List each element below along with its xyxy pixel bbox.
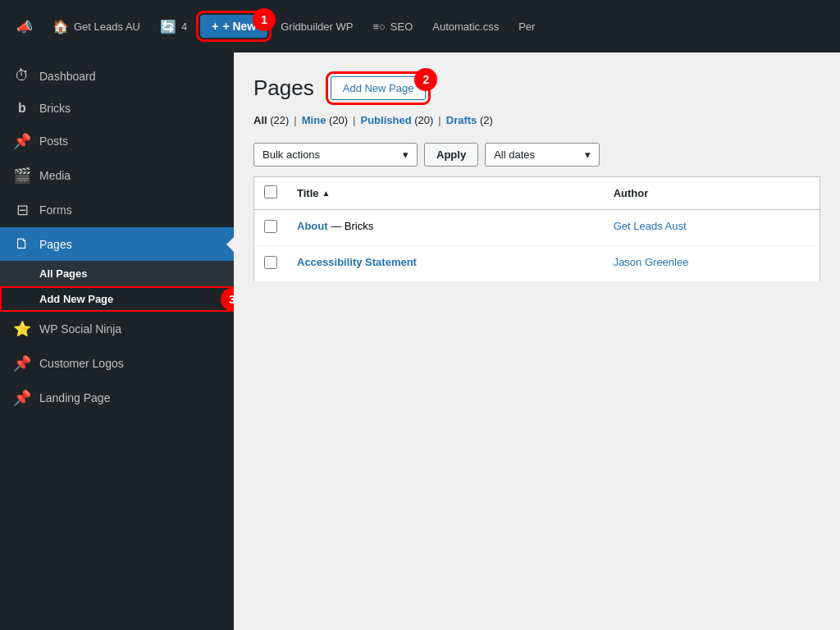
sidebar-item-pages[interactable]: 🗋 Pages	[0, 227, 234, 261]
admin-bar: 📣 🏠 Get Leads AU 🔄 4 + + New 1 Gridbuild…	[0, 0, 840, 52]
annotation-2: 2	[414, 68, 437, 91]
row2-page-link[interactable]: Accessibility Statement	[297, 256, 417, 268]
sidebar-item-wp-social-ninja[interactable]: ⭐ WP Social Ninja	[0, 312, 234, 346]
table-body: About — Bricks Get Leads Aust Accessibil…	[254, 210, 820, 282]
plus-icon: +	[212, 20, 218, 33]
annotation-3: 3	[221, 288, 234, 311]
pages-icon: 🗋	[13, 235, 31, 253]
admin-bar-refresh[interactable]: 🔄 4	[153, 16, 194, 38]
customer-logos-icon: 📌	[13, 354, 31, 372]
sidebar-menu: ⏱ Dashboard b Bricks 📌 Posts 🎬 Media ⊟ F…	[0, 52, 234, 422]
header-title: Title ▲	[287, 177, 604, 210]
page-title: Pages	[253, 75, 314, 101]
media-icon: 🎬	[13, 167, 31, 185]
admin-bar-seo[interactable]: ≡○ SEO	[366, 17, 419, 36]
sort-arrow-icon: ▲	[322, 189, 331, 198]
admin-bar-automaticcss[interactable]: Automatic.css	[426, 17, 505, 36]
sidebar-submenu-all-pages[interactable]: All Pages	[0, 261, 234, 286]
row1-checkbox-cell	[254, 210, 288, 246]
home-icon: 🏠	[52, 19, 69, 34]
seo-icon: ≡○	[372, 21, 385, 33]
admin-bar-gridbuilder[interactable]: Gridbuilder WP	[274, 17, 359, 36]
table-row: Accessibility Statement Jason Greenlee	[254, 246, 820, 282]
row2-author-link[interactable]: Jason Greenlee	[614, 256, 689, 268]
admin-bar-home[interactable]: 🏠 Get Leads AU	[46, 16, 147, 38]
megaphone-icon: 📣	[16, 19, 33, 34]
date-chevron-icon: ▾	[585, 148, 591, 161]
date-filter-select[interactable]: All dates ▾	[485, 143, 600, 167]
row1-author-link[interactable]: Get Leads Aust	[614, 220, 687, 232]
header-author: Author	[604, 177, 820, 210]
row1-author-cell: Get Leads Aust	[604, 210, 820, 246]
sidebar-item-dashboard[interactable]: ⏱ Dashboard	[0, 59, 234, 93]
admin-bar-per[interactable]: Per	[512, 17, 541, 36]
annotation-1: 1	[253, 8, 276, 31]
header-checkbox-col	[254, 177, 288, 210]
table-row: About — Bricks Get Leads Aust	[254, 210, 820, 246]
filter-links: All (22) | Mine (20) | Published (20) | …	[253, 114, 820, 126]
dashboard-icon: ⏱	[13, 67, 31, 84]
filter-mine[interactable]: Mine (20)	[302, 114, 348, 126]
sidebar-item-bricks[interactable]: b Bricks	[0, 93, 234, 124]
row1-checkbox[interactable]	[264, 220, 277, 233]
sidebar-arrow	[226, 236, 234, 253]
bulk-actions-select[interactable]: Bulk actions ▾	[253, 143, 418, 167]
filter-published[interactable]: Published (20)	[361, 114, 434, 126]
select-all-checkbox[interactable]	[264, 185, 277, 199]
row2-checkbox[interactable]	[264, 256, 277, 269]
row1-page-link[interactable]: About	[297, 220, 328, 232]
bricks-icon: b	[13, 101, 31, 116]
row2-checkbox-cell	[254, 246, 288, 282]
filter-drafts[interactable]: Drafts (2)	[446, 114, 493, 126]
apply-button[interactable]: Apply	[424, 143, 478, 167]
landing-page-icon: 📌	[13, 389, 31, 407]
sidebar-item-forms[interactable]: ⊟ Forms	[0, 193, 234, 227]
sidebar-item-customer-logos[interactable]: 📌 Customer Logos	[0, 346, 234, 381]
filter-sep-3: |	[438, 114, 441, 126]
filter-sep-2: |	[353, 114, 355, 126]
sidebar-item-posts[interactable]: 📌 Posts	[0, 124, 234, 158]
chevron-down-icon: ▾	[403, 148, 409, 161]
row1-title-cell: About — Bricks	[287, 210, 604, 246]
title-sort[interactable]: Title ▲	[297, 187, 594, 199]
refresh-icon: 🔄	[160, 19, 176, 34]
pages-table: Title ▲ Author About — Bricks Get Leads …	[253, 176, 820, 282]
page-header: Pages Add New Page 2	[253, 75, 820, 101]
row2-author-cell: Jason Greenlee	[604, 246, 820, 282]
table-controls: Bulk actions ▾ Apply All dates ▾	[253, 143, 820, 167]
add-new-page-wrapper: Add New Page 2	[331, 76, 427, 100]
sidebar-item-media[interactable]: 🎬 Media	[0, 158, 234, 193]
sidebar: ⏱ Dashboard b Bricks 📌 Posts 🎬 Media ⊟ F…	[0, 52, 234, 630]
wp-social-ninja-icon: ⭐	[13, 320, 31, 338]
filter-sep-1: |	[294, 114, 296, 126]
forms-icon: ⊟	[13, 201, 31, 219]
sidebar-item-landing-page[interactable]: 📌 Landing Page	[0, 381, 234, 415]
row2-title-cell: Accessibility Statement	[287, 246, 604, 282]
pages-submenu: All Pages Add New Page 3	[0, 261, 234, 312]
admin-bar-megaphone[interactable]: 📣	[10, 16, 39, 38]
new-button-wrapper: + + New 1	[200, 15, 267, 38]
table-header-row: Title ▲ Author	[254, 177, 820, 210]
posts-icon: 📌	[13, 132, 31, 150]
main-content: Pages Add New Page 2 All (22) | Mine (20…	[234, 52, 840, 630]
filter-all[interactable]: All (22)	[253, 114, 289, 126]
add-new-page-button[interactable]: Add New Page	[331, 76, 427, 100]
sidebar-submenu-add-new-page[interactable]: Add New Page 3	[0, 286, 234, 312]
